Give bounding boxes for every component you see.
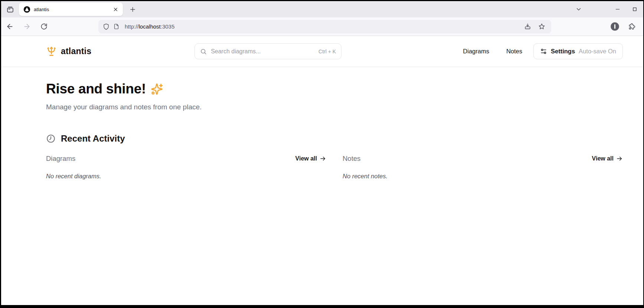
downloads-button[interactable]	[522, 21, 533, 32]
page-subtitle: Manage your diagrams and notes from one …	[46, 103, 623, 111]
browser-window: atlantis	[0, 0, 644, 308]
new-tab-button[interactable]	[127, 3, 138, 15]
brand[interactable]: atlantis	[46, 46, 91, 57]
url-protocol: http://	[125, 23, 139, 30]
recent-diagrams-column: Diagrams View all No recent diagrams.	[46, 155, 326, 180]
tab-close-button[interactable]	[111, 5, 120, 14]
autosave-status: Auto-save On	[579, 48, 616, 55]
search-icon	[200, 48, 207, 55]
window-controls	[573, 3, 643, 16]
brand-name: atlantis	[61, 46, 91, 56]
view-all-diagrams-link[interactable]: View all	[295, 155, 326, 162]
arrow-right-icon	[616, 155, 623, 162]
minimize-icon	[615, 7, 620, 12]
recent-columns: Diagrams View all No recent diagrams. No…	[46, 155, 623, 180]
list-all-tabs-button[interactable]	[573, 3, 585, 15]
maximize-button[interactable]	[626, 3, 643, 16]
back-button[interactable]	[3, 20, 16, 33]
main-content: Rise and shine! Manage your diagrams and…	[1, 67, 643, 305]
trident-logo-icon	[46, 46, 57, 57]
firefox-view-icon	[6, 6, 14, 13]
download-tray-icon	[524, 23, 531, 30]
maximize-icon	[632, 7, 637, 12]
sliders-icon	[540, 48, 547, 55]
shield-icon[interactable]	[103, 23, 109, 30]
minimize-button[interactable]	[609, 3, 626, 16]
view-all-notes-text: View all	[592, 155, 614, 162]
browser-tab-atlantis[interactable]: atlantis	[19, 3, 123, 16]
clock-icon	[46, 134, 56, 143]
close-icon	[113, 7, 118, 12]
forward-button[interactable]	[20, 20, 33, 33]
extensions-button[interactable]	[626, 21, 637, 32]
arrow-right-icon	[320, 155, 326, 162]
app-nav: Diagrams Notes Settings Auto-save On	[463, 43, 623, 59]
reload-icon	[40, 23, 48, 30]
no-recent-diagrams-text: No recent diagrams.	[46, 173, 326, 180]
arrow-right-icon	[23, 23, 31, 30]
page-info-icon[interactable]	[113, 23, 120, 30]
search-box[interactable]: Ctrl + K	[194, 43, 341, 59]
tab-strip: atlantis	[1, 1, 643, 17]
url-text[interactable]: http://localhost:3035	[125, 23, 174, 30]
recent-diagrams-label: Diagrams	[46, 155, 75, 163]
sparkles-icon	[151, 83, 163, 95]
nav-link-notes[interactable]: Notes	[506, 48, 522, 55]
page-title: Rise and shine!	[46, 81, 146, 97]
navigation-toolbar: http://localhost:3035	[1, 17, 643, 36]
settings-label: Settings	[551, 48, 575, 55]
bookmark-button[interactable]	[536, 21, 547, 32]
search-input[interactable]	[211, 48, 314, 55]
no-recent-notes-text: No recent notes.	[343, 173, 623, 180]
recent-activity-header: Recent Activity	[46, 133, 623, 144]
recent-notes-header: Notes View all	[343, 155, 623, 163]
url-port: :3035	[161, 23, 175, 30]
plus-icon	[130, 6, 136, 13]
reload-button[interactable]	[37, 20, 50, 33]
star-icon	[538, 23, 545, 30]
url-host: localhost	[139, 23, 161, 30]
view-all-diagrams-text: View all	[295, 155, 317, 162]
recent-diagrams-header: Diagrams View all	[46, 155, 326, 163]
view-all-notes-link[interactable]: View all	[592, 155, 623, 162]
puzzle-icon	[628, 23, 636, 30]
account-button[interactable]	[609, 21, 620, 32]
arrow-left-icon	[6, 23, 14, 30]
nav-link-diagrams[interactable]: Diagrams	[463, 48, 489, 55]
app-header: atlantis Ctrl + K Diagrams Notes Setting…	[1, 36, 643, 67]
tab-title: atlantis	[34, 7, 108, 12]
settings-button[interactable]: Settings Auto-save On	[533, 43, 623, 59]
profile-icon	[610, 21, 620, 32]
toolbar-right-group	[609, 21, 640, 32]
recent-notes-column: Notes View all No recent notes.	[343, 155, 623, 180]
recent-notes-label: Notes	[343, 155, 360, 163]
address-bar[interactable]: http://localhost:3035	[98, 20, 551, 33]
firefox-view-button[interactable]	[4, 3, 16, 15]
greeting-row: Rise and shine!	[46, 81, 623, 97]
search-shortcut-hint: Ctrl + K	[318, 49, 336, 54]
tab-favicon-icon	[23, 6, 30, 13]
chevron-down-icon	[575, 6, 582, 13]
recent-activity-title: Recent Activity	[61, 133, 125, 144]
